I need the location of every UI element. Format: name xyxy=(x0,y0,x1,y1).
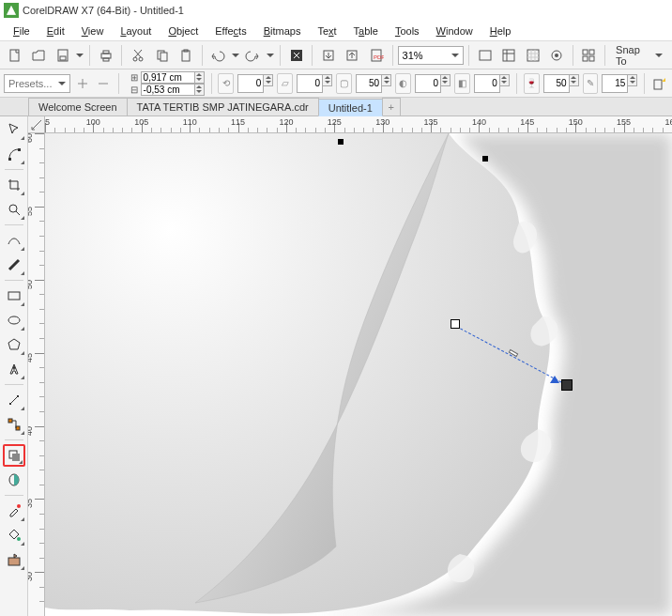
y-position-field[interactable]: -0,53 cm xyxy=(141,84,195,96)
export-icon[interactable] xyxy=(342,44,363,67)
show-guidelines-icon[interactable] xyxy=(545,44,567,67)
save-icon[interactable] xyxy=(52,44,73,67)
import-icon[interactable] xyxy=(317,44,339,67)
show-rulers-icon[interactable] xyxy=(497,44,519,67)
svg-rect-27 xyxy=(18,148,21,151)
parallel-dimension-tool-icon[interactable] xyxy=(3,389,25,411)
zoom-level-select[interactable]: 31% xyxy=(398,46,465,65)
menu-layout[interactable]: Layout xyxy=(113,23,159,38)
svg-rect-10 xyxy=(182,51,190,61)
feather-field[interactable]: 15 xyxy=(602,74,628,93)
ruler-h-label: 140 xyxy=(472,117,486,127)
transparency-icon[interactable]: 🍷 xyxy=(524,73,540,94)
skew-field[interactable]: 0 xyxy=(297,74,323,93)
redo-icon[interactable] xyxy=(242,44,264,67)
freehand-tool-icon[interactable] xyxy=(3,229,25,252)
publish-pdf-icon[interactable]: PDF xyxy=(365,44,387,67)
copy-icon[interactable] xyxy=(151,44,173,67)
y-spinner[interactable] xyxy=(195,84,205,96)
transparency-field[interactable]: 50 xyxy=(543,74,570,93)
menu-view[interactable]: View xyxy=(74,23,112,38)
search-content-icon[interactable] xyxy=(285,44,307,67)
menu-table[interactable]: Table xyxy=(346,23,386,38)
presets-select[interactable]: Presets... xyxy=(4,74,70,93)
accel-icon[interactable]: ◐ xyxy=(395,73,411,94)
open-icon[interactable] xyxy=(27,44,49,67)
selection-handle[interactable] xyxy=(482,156,488,162)
color-eyedropper-tool-icon[interactable] xyxy=(3,500,25,522)
menu-text[interactable]: Text xyxy=(310,23,344,38)
paste-icon[interactable] xyxy=(175,44,196,67)
rectangle-tool-icon[interactable] xyxy=(3,285,25,307)
drop-shadow-tool-icon[interactable] xyxy=(3,444,25,467)
x-spinner[interactable] xyxy=(195,71,205,84)
transparency-tool-icon[interactable] xyxy=(3,469,25,491)
menu-file[interactable]: File xyxy=(6,23,38,38)
edge-icon[interactable]: ◧ xyxy=(454,73,470,94)
angle-icon[interactable]: ⟲ xyxy=(218,73,234,94)
menu-tools[interactable]: Tools xyxy=(388,23,427,38)
ruler-h-label: 145 xyxy=(520,117,534,127)
show-grid-icon[interactable] xyxy=(522,44,543,67)
save-dropdown-icon[interactable] xyxy=(75,44,84,67)
angle-field[interactable]: 0 xyxy=(237,74,264,93)
drawing-canvas[interactable] xyxy=(45,133,672,616)
copy-properties-icon[interactable] xyxy=(651,72,668,95)
ruler-h-label: 115 xyxy=(231,117,245,127)
edge-field[interactable]: 0 xyxy=(474,74,500,93)
ellipse-tool-icon[interactable] xyxy=(3,309,25,331)
svg-rect-21 xyxy=(583,50,588,54)
property-bar: Presets... ⊞ 0,917 cm ⊟ -0,53 cm ⟲ 0 ▱ 0… xyxy=(0,69,672,98)
tab-file[interactable]: TATA TERTIB SMP JATINEGARA.cdr xyxy=(127,98,319,116)
smart-fill-tool-icon[interactable] xyxy=(3,548,25,571)
interactive-fill-tool-icon[interactable] xyxy=(3,524,25,547)
crop-tool-icon[interactable] xyxy=(3,174,25,196)
menu-help[interactable]: Help xyxy=(482,23,519,38)
skew-icon[interactable]: ▱ xyxy=(277,73,293,94)
zoom-tool-icon[interactable] xyxy=(3,198,25,221)
polygon-tool-icon[interactable] xyxy=(3,333,25,356)
menu-bitmaps[interactable]: Bitmaps xyxy=(256,23,309,38)
menu-object[interactable]: Object xyxy=(160,23,206,38)
horizontal-ruler[interactable]: 9510010511011512012513013514014515015516… xyxy=(45,116,672,133)
svg-text:PDF: PDF xyxy=(374,54,384,60)
pick-tool-icon[interactable] xyxy=(3,118,25,141)
svg-rect-29 xyxy=(8,292,20,300)
pad-icon[interactable]: ▢ xyxy=(336,73,352,94)
connector-tool-icon[interactable] xyxy=(3,413,25,436)
tab-untitled[interactable]: Untitled-1 xyxy=(318,99,383,116)
ruler-origin-icon[interactable] xyxy=(28,116,45,133)
menu-window[interactable]: Window xyxy=(429,23,481,38)
redo-dropdown-icon[interactable] xyxy=(266,44,275,67)
text-tool-icon[interactable] xyxy=(3,358,25,380)
remove-preset-icon[interactable] xyxy=(95,72,112,95)
new-icon[interactable] xyxy=(4,44,25,67)
pad-field[interactable]: 50 xyxy=(356,74,382,93)
print-icon[interactable] xyxy=(95,44,116,67)
accel-field[interactable]: 0 xyxy=(415,74,441,93)
options-icon[interactable] xyxy=(578,44,600,67)
vertical-ruler[interactable]: 60555045403530 xyxy=(28,133,45,616)
snap-to-dropdown[interactable]: Snap To xyxy=(610,42,668,69)
feather-icon[interactable]: ✎ xyxy=(583,73,599,94)
ruler-h-label: 110 xyxy=(183,117,197,127)
shadow-end-handle[interactable] xyxy=(561,379,573,391)
svg-rect-26 xyxy=(8,158,11,161)
x-position-field[interactable]: 0,917 cm xyxy=(141,71,195,84)
undo-icon[interactable] xyxy=(207,44,229,67)
shape-tool-icon[interactable] xyxy=(3,143,25,165)
menu-edit[interactable]: Edit xyxy=(39,23,72,38)
cut-icon[interactable] xyxy=(127,44,148,67)
fullscreen-preview-icon[interactable] xyxy=(474,44,496,67)
add-preset-icon[interactable] xyxy=(74,72,91,95)
svg-point-36 xyxy=(17,537,21,541)
shadow-direction-arrow-icon[interactable] xyxy=(550,376,559,383)
selection-handle[interactable] xyxy=(338,139,344,145)
shadow-start-handle[interactable] xyxy=(451,319,460,329)
tab-add-icon[interactable]: + xyxy=(382,98,401,116)
svg-rect-4 xyxy=(103,51,109,54)
tab-welcome[interactable]: Welcome Screen xyxy=(28,98,128,116)
artistic-media-tool-icon[interactable] xyxy=(3,254,25,276)
undo-dropdown-icon[interactable] xyxy=(231,44,240,67)
menu-effects[interactable]: Effects xyxy=(207,23,253,38)
